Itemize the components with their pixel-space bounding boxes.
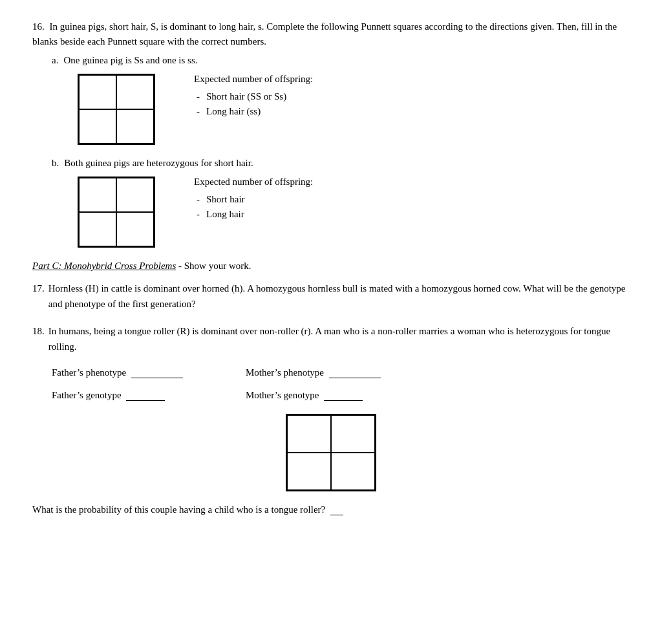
mothers-genotype-blank[interactable]: [324, 400, 363, 401]
q18-final-question: What is the probability of this couple h…: [32, 504, 630, 515]
phenotype-genotype-block: Father’s phenotype Mother’s phenotype Fa…: [52, 367, 630, 401]
fathers-genotype-blank[interactable]: [126, 400, 165, 401]
mothers-phenotype-item: Mother’s phenotype: [246, 367, 381, 378]
punnett-cell: [116, 109, 154, 144]
part-c-suffix: - Show your work.: [176, 261, 251, 271]
mothers-genotype-label: Mother’s genotype: [246, 390, 319, 400]
punnett-cell: [79, 178, 116, 212]
q16b-row1-text: Short hair: [206, 194, 245, 205]
punnett-cell: [287, 453, 331, 490]
q16-part-b: b. Both guinea pigs are heterozygous for…: [52, 158, 630, 248]
q17-content: 17. Hornless (H) in cattle is dominant o…: [32, 281, 630, 312]
question-17: 17. Hornless (H) in cattle is dominant o…: [32, 281, 630, 312]
phenotype-row: Father’s phenotype Mother’s phenotype: [52, 367, 630, 378]
q16a-label: a.: [52, 55, 58, 66]
q16-part-a: a. One guinea pig is Ss and one is ss. E…: [52, 55, 630, 145]
q16b-dash2: -: [197, 209, 200, 220]
punnett-cell: [287, 415, 331, 453]
q16a-expected-block: Expected number of offspring: - Short ha…: [194, 74, 313, 121]
fathers-phenotype-label: Father’s phenotype: [52, 367, 126, 378]
fathers-phenotype-item: Father’s phenotype: [52, 367, 246, 378]
fathers-genotype-label: Father’s genotype: [52, 390, 122, 400]
punnett-cell: [116, 212, 154, 246]
q16b-label: b.: [52, 158, 59, 169]
q18-punnett-square: [286, 414, 376, 491]
q17-text: Hornless (H) in cattle is dominant over …: [48, 281, 630, 312]
q16-number: 16.: [32, 21, 45, 32]
q17-number: 17.: [32, 281, 45, 296]
q16a-punnett-square: [78, 74, 155, 145]
q16a-dash2: -: [197, 106, 200, 117]
punnett-cell: [331, 453, 375, 490]
question-16: 16. In guinea pigs, short hair, S, is do…: [32, 19, 630, 248]
part-c-header: Part C: Monohybrid Cross Problems - Show…: [32, 261, 630, 272]
q18-text: In humans, being a tongue roller (R) is …: [48, 323, 630, 354]
fathers-genotype-item: Father’s genotype: [52, 390, 246, 401]
q16a-row1: - Short hair (SS or Ss): [194, 91, 313, 102]
q18-punnett-area: [32, 414, 630, 491]
q16a-punnett-area: Expected number of offspring: - Short ha…: [78, 74, 630, 145]
q16b-text: Both guinea pigs are heterozygous for sh…: [64, 158, 253, 169]
q18-content: 18. In humans, being a tongue roller (R)…: [32, 323, 630, 354]
mothers-phenotype-label: Mother’s phenotype: [246, 367, 324, 378]
q16b-row2-text: Long hair: [206, 209, 244, 220]
q16-text: In guinea pigs, short hair, S, is domina…: [32, 21, 617, 47]
q16a-row1-text: Short hair (SS or Ss): [206, 91, 286, 102]
fathers-phenotype-blank[interactable]: [131, 378, 183, 378]
q16a-row2: - Long hair (ss): [194, 106, 313, 117]
mothers-phenotype-blank[interactable]: [329, 378, 381, 378]
part-c-label: Part C: Monohybrid Cross Problems: [32, 261, 176, 271]
q16a-row2-text: Long hair (ss): [206, 106, 261, 117]
q18-final-text: What is the probability of this couple h…: [32, 504, 325, 515]
question-18: 18. In humans, being a tongue roller (R)…: [32, 323, 630, 515]
q16b-dash1: -: [197, 194, 200, 205]
q16a-expected-title: Expected number of offspring:: [194, 74, 313, 85]
q16b-punnett-area: Expected number of offspring: - Short ha…: [78, 177, 630, 248]
genotype-row: Father’s genotype Mother’s genotype: [52, 390, 630, 401]
punnett-cell: [116, 178, 154, 212]
punnett-cell: [79, 75, 116, 109]
punnett-cell: [116, 75, 154, 109]
q16b-row2: - Long hair: [194, 209, 313, 220]
q16b-punnett-square: [78, 177, 155, 248]
punnett-cell: [79, 109, 116, 144]
mothers-genotype-item: Mother’s genotype: [246, 390, 363, 401]
q18-final-blank[interactable]: [330, 515, 343, 515]
q18-number: 18.: [32, 323, 45, 339]
q16b-expected-title: Expected number of offspring:: [194, 177, 313, 188]
q16-header: 16. In guinea pigs, short hair, S, is do…: [32, 19, 630, 48]
punnett-cell: [79, 212, 116, 246]
q16a-text: One guinea pig is Ss and one is ss.: [63, 55, 197, 66]
q16b-expected-block: Expected number of offspring: - Short ha…: [194, 177, 313, 224]
q16a-dash1: -: [197, 91, 200, 102]
punnett-cell: [331, 415, 375, 453]
q16b-row1: - Short hair: [194, 194, 313, 205]
